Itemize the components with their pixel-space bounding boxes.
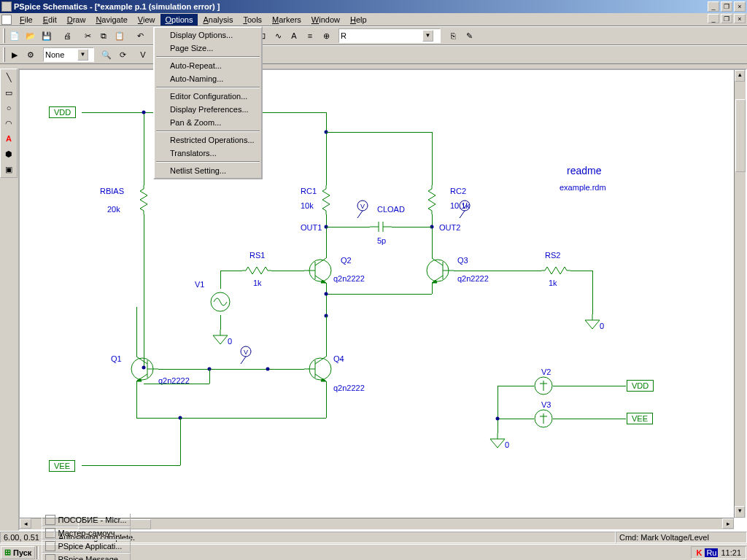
bus-button[interactable]: ≡ [302, 28, 318, 44]
start-button[interactable]: ⊞ Пуск [1, 546, 35, 559]
copy-button[interactable]: ⧉ [96, 28, 112, 44]
taskbar-item[interactable]: PSpice Message... [42, 553, 130, 561]
port-vdd[interactable]: VDD [49, 106, 76, 118]
refresh-button[interactable]: ⟳ [115, 47, 131, 63]
taskbar: ⊞ Пуск ПОСОБИЕ - Micr...Мастер-самоуч...… [0, 544, 747, 560]
toolbar-grip[interactable] [3, 28, 5, 43]
minimize-button[interactable]: _ [708, 1, 719, 12]
new-button[interactable]: 📄 [7, 28, 23, 44]
wire-button[interactable]: ∿ [270, 28, 286, 44]
ground-v23[interactable] [490, 433, 505, 448]
undo-button[interactable]: ↶ [132, 28, 148, 44]
draw-rect-button[interactable]: ▭ [1, 85, 16, 100]
text-button[interactable]: A [286, 28, 302, 44]
port-vdd2[interactable]: VDD [627, 380, 654, 392]
port-vee2[interactable]: VEE [627, 413, 653, 424]
menu-file[interactable]: File [15, 14, 38, 26]
menuitem-page-size-[interactable]: Page Size... [155, 42, 260, 55]
resistor-rs2[interactable] [541, 267, 570, 274]
q3-label: Q3 [457, 256, 468, 265]
menuitem-restricted-operations-[interactable]: Restricted Operations... [155, 133, 260, 147]
combo-arrow-icon[interactable]: ▼ [422, 30, 433, 42]
vscroll-thumb[interactable] [735, 99, 746, 172]
draw-text-button[interactable]: A [1, 131, 16, 146]
ground-v1[interactable] [213, 330, 228, 344]
probe-button[interactable]: 🔍 [98, 47, 115, 63]
menu-window[interactable]: Window [306, 14, 345, 26]
system-tray[interactable]: K Ru 11:21 [691, 546, 746, 559]
maximize-button[interactable]: ❐ [721, 1, 732, 12]
ground-rs2[interactable] [585, 314, 600, 329]
menuitem-auto-naming-[interactable]: Auto-Naming... [155, 72, 260, 85]
menu-draw[interactable]: Draw [62, 14, 91, 26]
source-v3[interactable] [534, 409, 553, 428]
taskbar-item[interactable]: ПОСОБИЕ - Micr... [42, 513, 130, 526]
setup-button[interactable]: ⚙ [23, 47, 39, 63]
mdi-restore-button[interactable]: ❐ [721, 14, 732, 23]
tray-icon[interactable]: K [696, 548, 702, 557]
schematic-canvas[interactable]: readme example.rdm VDD RBIAS 20k RC1 10k… [20, 70, 746, 529]
draw-arc-button[interactable]: ◠ [1, 116, 16, 131]
voltage-marker-base[interactable]: V [239, 346, 253, 364]
transistor-q4[interactable] [304, 354, 333, 384]
cut-button[interactable]: ✂ [80, 28, 96, 44]
marker-v-button[interactable]: V [135, 47, 151, 63]
resistor-rc1[interactable] [322, 185, 330, 214]
open-button[interactable]: 📂 [23, 28, 39, 44]
voltage-marker-out2[interactable]: V [457, 200, 472, 218]
print-button[interactable]: 🖨 [59, 28, 75, 44]
taskbar-item[interactable]: PSpice Applicati... [42, 540, 130, 553]
edit-attributes-button[interactable]: ✎ [461, 28, 477, 44]
menu-view[interactable]: View [133, 14, 160, 26]
menu-edit[interactable]: Edit [38, 14, 62, 26]
net-button[interactable]: ⊕ [318, 28, 334, 44]
source-v2[interactable] [534, 376, 553, 395]
mdi-minimize-button[interactable]: _ [708, 14, 719, 23]
svg-line-11 [315, 258, 326, 265]
layer-combo[interactable]: ▼ [43, 47, 94, 62]
draw-fill-button[interactable]: ▣ [1, 162, 16, 176]
menuitem-pan-zoom-[interactable]: Pan & Zoom... [155, 116, 260, 129]
capacitor-cload[interactable] [370, 219, 392, 234]
simulate-button[interactable]: ▶ [7, 47, 23, 63]
draw-line-button[interactable]: ╲ [1, 70, 16, 85]
menuitem-display-options-[interactable]: Display Options... [155, 28, 260, 42]
readme-title[interactable]: readme [567, 165, 601, 176]
voltage-marker-out1[interactable]: V [355, 200, 370, 218]
place-part-button[interactable]: ⎘ [445, 28, 461, 44]
menuitem-editor-configuration-[interactable]: Editor Configuration... [155, 90, 260, 103]
menuitem-display-preferences-[interactable]: Display Preferences... [155, 103, 260, 116]
draw-poly-button[interactable]: ⬢ [1, 147, 16, 161]
draw-circle-button[interactable]: ○ [1, 101, 16, 115]
part-combo-input[interactable] [341, 31, 421, 40]
menu-help[interactable]: Help [345, 14, 372, 26]
part-combo[interactable]: ▼ [338, 28, 441, 43]
menu-tools[interactable]: Tools [238, 14, 267, 26]
port-vee[interactable]: VEE [49, 460, 75, 472]
rc1-label: RC1 [301, 187, 317, 195]
menuitem-netlist-setting-[interactable]: Netlist Setting... [155, 164, 260, 177]
mdi-close-button[interactable]: × [734, 14, 746, 23]
lang-indicator[interactable]: Ru [705, 548, 718, 557]
save-button[interactable]: 💾 [39, 28, 55, 44]
menu-analysis[interactable]: Analysis [198, 14, 238, 26]
taskbar-item[interactable]: Мастер-самоуч... [42, 526, 130, 540]
menu-navigate[interactable]: Navigate [90, 14, 132, 26]
combo-arrow-icon[interactable]: ▼ [77, 49, 88, 61]
v3-label: V3 [541, 400, 551, 409]
resistor-rs1[interactable] [242, 267, 271, 274]
source-v1[interactable] [211, 289, 230, 315]
layer-combo-input[interactable] [45, 50, 76, 59]
resistor-rbias[interactable] [140, 185, 147, 214]
transistor-q2[interactable] [304, 256, 333, 285]
menuitem-translators-[interactable]: Translators... [155, 147, 260, 160]
toolbar-grip[interactable] [3, 47, 5, 62]
transistor-q3[interactable] [425, 256, 454, 285]
menu-options[interactable]: Options [160, 14, 198, 26]
vertical-scrollbar[interactable]: ▴ ▾ [734, 70, 746, 518]
paste-button[interactable]: 📋 [112, 28, 128, 44]
menuitem-auto-repeat-[interactable]: Auto-Repeat... [155, 59, 260, 72]
menu-markers[interactable]: Markers [267, 14, 306, 26]
close-button[interactable]: × [734, 1, 746, 12]
resistor-rc2[interactable] [428, 185, 436, 214]
